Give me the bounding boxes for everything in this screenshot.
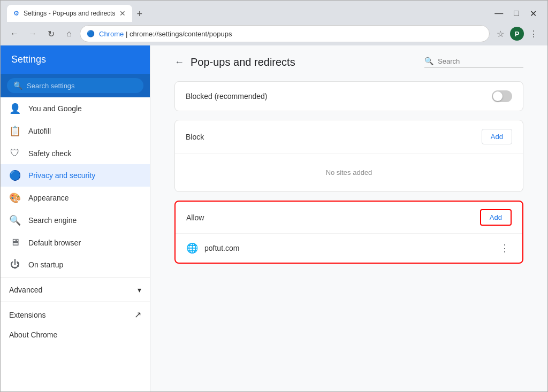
sidebar-label-search-engine: Search engine [28, 216, 77, 225]
allow-card: Allow Add 🌐 poftut.com ⋮ [174, 201, 523, 264]
privacy-icon: 🔵 [9, 170, 21, 181]
block-add-button[interactable]: Add [482, 129, 512, 144]
sidebar-item-default-browser[interactable]: 🖥 Default browser [1, 232, 150, 253]
minimize-button[interactable]: — [490, 7, 507, 19]
block-title: Block [186, 133, 204, 141]
person-icon: 👤 [9, 103, 21, 114]
tab-close-button[interactable]: ✕ [119, 9, 126, 18]
close-button[interactable]: ✕ [526, 7, 541, 20]
active-tab[interactable]: ⚙ Settings - Pop-ups and redirects ✕ [7, 5, 132, 22]
page-header: ← Pop-ups and redirects 🔍 [174, 56, 523, 68]
sidebar-label-about-chrome: About Chrome [9, 330, 57, 339]
sidebar-header: Settings [1, 45, 150, 74]
site-name: poftut.com [204, 244, 491, 252]
sidebar-item-on-startup[interactable]: ⏻ On startup [1, 253, 150, 275]
title-bar: ⚙ Settings - Pop-ups and redirects ✕ + —… [1, 1, 547, 22]
external-link-icon: ↗ [134, 310, 141, 320]
tab-favicon: ⚙ [13, 10, 19, 17]
home-button[interactable]: ⌂ [62, 26, 77, 41]
allow-title: Allow [186, 213, 204, 222]
sidebar-label-appearance: Appearance [28, 194, 69, 202]
blocked-label: Blocked (recommended) [186, 92, 268, 101]
page-search: 🔍 [424, 57, 523, 68]
sidebar-label-autofill: Autofill [28, 127, 51, 135]
toggle-knob [493, 91, 503, 101]
page-title-row: ← Pop-ups and redirects [174, 56, 295, 68]
forward-button[interactable]: → [25, 26, 40, 41]
sidebar-title: Settings [11, 54, 46, 65]
refresh-button[interactable]: ↻ [43, 26, 58, 41]
sidebar-item-appearance[interactable]: 🎨 Appearance [1, 187, 150, 209]
sidebar-label-extensions: Extensions [9, 311, 45, 319]
sidebar-search-area: 🔍 [1, 74, 150, 97]
address-bar[interactable]: 🔵 Chrome | chrome://settings/content/pop… [80, 25, 490, 42]
sidebar: Settings 🔍 👤 You and Google 📋 Autofill 🛡… [1, 45, 150, 391]
sidebar-divider-2 [1, 302, 150, 302]
menu-button[interactable]: ⋮ [526, 26, 541, 41]
sidebar-item-safety-check[interactable]: 🛡 Safety check [1, 142, 150, 164]
blocked-card: Blocked (recommended) [174, 81, 523, 111]
sidebar-item-autofill[interactable]: 📋 Autofill [1, 120, 150, 142]
sidebar-label-advanced: Advanced [9, 286, 42, 294]
no-sites-row: No sites added [175, 153, 523, 191]
startup-icon: ⏻ [9, 259, 21, 270]
search-engine-icon: 🔍 [9, 214, 21, 226]
site-row: 🌐 poftut.com ⋮ [176, 234, 522, 263]
sidebar-search-input[interactable] [27, 82, 137, 90]
shield-icon: 🛡 [9, 148, 21, 159]
content-area: ← Pop-ups and redirects 🔍 Blocked (recom… [150, 45, 547, 391]
main-area: Settings 🔍 👤 You and Google 📋 Autofill 🛡… [1, 45, 547, 391]
sidebar-item-about-chrome[interactable]: About Chrome [1, 325, 150, 344]
address-text: Chrome | chrome://settings/content/popup… [99, 30, 483, 38]
sidebar-item-privacy-security[interactable]: 🔵 Privacy and security [1, 164, 150, 187]
address-security-icon: 🔵 [87, 30, 95, 37]
back-button[interactable]: ← [7, 26, 22, 41]
page-back-button[interactable]: ← [174, 57, 184, 68]
sidebar-search-inner: 🔍 [7, 78, 143, 93]
autofill-icon: 📋 [9, 125, 21, 137]
browser-icon: 🖥 [9, 237, 21, 248]
page-search-icon: 🔍 [424, 57, 433, 65]
sidebar-label-safety-check: Safety check [28, 149, 71, 158]
tab-title: Settings - Pop-ups and redirects [24, 10, 115, 17]
sidebar-label-you-and-google: You and Google [28, 104, 82, 113]
new-tab-button[interactable]: + [132, 6, 147, 22]
maximize-button[interactable]: □ [509, 7, 523, 19]
sidebar-item-extensions[interactable]: Extensions ↗ [1, 304, 150, 325]
browser-toolbar: ← → ↻ ⌂ 🔵 Chrome | chrome://settings/con… [1, 22, 547, 45]
chevron-down-icon: ▾ [138, 286, 141, 294]
blocked-toggle[interactable] [492, 90, 512, 102]
block-header-row: Block Add [175, 120, 523, 153]
content-inner: ← Pop-ups and redirects 🔍 Blocked (recom… [162, 45, 536, 283]
sidebar-item-advanced[interactable]: Advanced ▾ [1, 280, 150, 299]
sidebar-label-privacy-security: Privacy and security [28, 171, 95, 180]
sidebar-item-search-engine[interactable]: 🔍 Search engine [1, 209, 150, 232]
sidebar-label-on-startup: On startup [28, 260, 63, 269]
sidebar-label-default-browser: Default browser [28, 239, 81, 247]
allow-header-row: Allow Add [176, 202, 522, 234]
globe-icon: 🌐 [186, 242, 198, 254]
sidebar-search-icon: 🔍 [13, 81, 22, 90]
appearance-icon: 🎨 [9, 192, 21, 204]
site-more-button[interactable]: ⋮ [498, 240, 512, 256]
bookmark-button[interactable]: ☆ [493, 26, 508, 41]
sidebar-item-you-and-google[interactable]: 👤 You and Google [1, 97, 150, 120]
profile-avatar[interactable]: P [510, 27, 524, 41]
page-search-input[interactable] [438, 57, 523, 65]
toolbar-right: ☆ P ⋮ [493, 26, 541, 41]
page-title: Pop-ups and redirects [191, 56, 295, 68]
block-card: Block Add No sites added [174, 120, 523, 192]
blocked-row: Blocked (recommended) [175, 82, 523, 111]
no-sites-text: No sites added [186, 162, 512, 183]
window-controls: — □ ✕ [490, 7, 541, 20]
allow-add-button[interactable]: Add [480, 209, 512, 226]
sidebar-divider [1, 278, 150, 278]
